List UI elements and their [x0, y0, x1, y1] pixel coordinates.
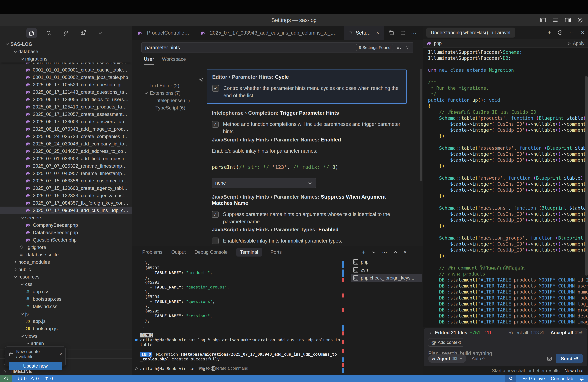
terminal-instance-php[interactable]: >_php — [351, 258, 422, 266]
tree-folder-migrations[interactable]: migrations — [0, 55, 132, 62]
notifications-bell-icon[interactable] — [579, 376, 584, 381]
new-chat-link[interactable]: New chat — [564, 368, 584, 373]
tree-item[interactable]: 2025_07_07_025322_rename_timestamp_in_us… — [0, 162, 132, 170]
gear-icon[interactable] — [198, 77, 204, 83]
more-actions-icon[interactable]: ··· — [569, 29, 575, 36]
tree-folder-admin[interactable]: admin — [0, 340, 132, 347]
tree-item[interactable]: 2025_06_25_014657_add_address_to_compani… — [0, 148, 132, 155]
close-icon[interactable]: × — [376, 30, 379, 36]
tree-item[interactable]: 2025_06_18_070343_add_image_to_products_… — [0, 125, 132, 133]
tree-item[interactable]: 2025_06_17_133003_create_answers_table.p… — [0, 118, 132, 125]
split-editor-icon[interactable] — [400, 30, 406, 36]
accept-all-button[interactable]: Accept all ⌘⏎ — [551, 330, 583, 335]
tree-folder-public[interactable]: public — [0, 266, 132, 273]
tree-item[interactable]: DatabaseSeeder.php — [0, 229, 132, 236]
tree-item[interactable]: 0001_01_01_000001_create_cache_table.php — [0, 66, 132, 74]
clear-filters-icon[interactable] — [396, 45, 402, 50]
tab-ports[interactable]: Ports — [271, 249, 282, 255]
tree-folder-views[interactable]: views — [0, 332, 132, 340]
tab-settings[interactable]: Settings × — [344, 26, 384, 40]
add-context-chip[interactable]: @Add context — [428, 338, 464, 347]
tree-item[interactable]: 2025_07_15_120608_create_agency_table.ph… — [0, 184, 132, 192]
tree-folder-seeders[interactable]: seeders — [0, 214, 132, 221]
open-preview-icon[interactable] — [389, 30, 395, 36]
new-terminal-icon[interactable]: + — [362, 248, 366, 256]
tab-migration-file[interactable]: 2025_07_17_093943_add_cus_ins_udp_column… — [195, 26, 344, 40]
tree-item[interactable]: #bootstrap.css — [0, 295, 132, 303]
new-chat-icon[interactable]: + — [547, 29, 551, 37]
update-now-button[interactable]: Update now — [9, 362, 62, 370]
setting-js-inlay-param-types-enabled[interactable]: JavaScript › Inlay Hints › Parameter Typ… — [207, 223, 407, 246]
tree-item[interactable]: #app.css — [0, 288, 132, 295]
tree-item[interactable]: 2025_06_17_125410_create_products_table.… — [0, 103, 132, 111]
tree-item[interactable]: 2025_07_07_040957_rename_timestamp_in_mu… — [0, 170, 132, 177]
tree-item[interactable]: ≡database.sqlite — [0, 251, 132, 258]
tree-item[interactable]: 2025_07_15_122833_create_agency_customer… — [0, 192, 132, 199]
source-control-icon[interactable] — [61, 28, 71, 38]
checkbox-checked[interactable]: ✓ — [212, 85, 219, 92]
tree-folder-js[interactable]: js — [0, 310, 132, 317]
settings-gear-icon[interactable] — [576, 16, 584, 24]
close-panel-icon[interactable]: × — [404, 249, 407, 255]
scrollbar[interactable] — [420, 69, 422, 181]
tree-item[interactable]: JSbootstrap.js — [0, 325, 132, 332]
close-icon[interactable]: × — [59, 351, 62, 357]
toc-text-editor[interactable]: Text Editor (2) — [132, 82, 203, 89]
tree-item[interactable]: 2025_06_24_025723_create_companies_table… — [0, 133, 132, 140]
remote-indicator[interactable] — [0, 375, 12, 382]
tree-root-sas-log[interactable]: SAS-LOG — [0, 40, 132, 48]
terminal-output[interactable]: }, {#5292 +"TABLE_NAME": "products", }, … — [140, 261, 338, 371]
setting-editor-parameter-hints-cycle[interactable]: Editor › Parameter Hints: Cycle ✓Control… — [207, 70, 407, 104]
toggle-panel-icon[interactable] — [552, 16, 559, 24]
more-actions-icon[interactable]: ··· — [411, 30, 417, 36]
terminal-instance-zsh[interactable]: >_zsh — [351, 266, 422, 274]
tree-item[interactable]: #tailwind.css — [0, 303, 132, 310]
toc-typescript[interactable]: TypeScript (6) — [132, 104, 203, 112]
settings-search-input[interactable]: parameter hints 9 Settings Found — [141, 42, 413, 53]
attach-image-icon[interactable] — [546, 356, 552, 362]
param-names-select[interactable]: none — [212, 178, 316, 188]
tree-item[interactable]: .gitignore — [0, 244, 132, 251]
extensions-icon[interactable] — [78, 28, 88, 38]
checkbox-unchecked[interactable] — [212, 238, 219, 244]
chevron-down-icon[interactable] — [95, 28, 105, 38]
edited-files-label[interactable]: Edited 21 files — [435, 330, 467, 335]
explorer-icon[interactable] — [26, 28, 37, 38]
history-icon[interactable] — [557, 30, 563, 36]
tab-productcontroller[interactable]: ProductController.php — [132, 26, 195, 40]
ports-indicator[interactable]: 0 — [44, 376, 53, 382]
tree-item[interactable]: 2025_07_01_033903_add_field_on_question.… — [0, 155, 132, 162]
tree-item[interactable]: 2025_06_17_132057_create_assessments_tab… — [0, 111, 132, 118]
toggle-right-sidebar-icon[interactable] — [564, 16, 572, 24]
reject-all-button[interactable]: Reject all ⇧⌘⌫ — [508, 330, 544, 335]
agent-mode-selector[interactable]: ∞Agent ⌘I — [428, 354, 466, 363]
tab-problems[interactable]: Problems — [142, 249, 162, 255]
close-icon[interactable]: × — [581, 29, 584, 36]
search-icon[interactable] — [43, 28, 54, 38]
tree-item[interactable]: 2025_06_17_105529_create_question_groups… — [0, 81, 132, 88]
tree-item-selected[interactable]: 2025_07_17_093943_add_cus_ins_udp_column… — [0, 207, 132, 214]
terminal-dropdown-icon[interactable] — [372, 250, 376, 254]
apply-button[interactable]: Apply — [567, 41, 584, 46]
tab-workspace-settings[interactable]: Workspace — [162, 56, 186, 65]
filter-icon[interactable] — [405, 45, 410, 50]
tree-item[interactable]: 2025_07_15_083356_create_customer_table.… — [0, 177, 132, 184]
tree-item[interactable]: 2025_06_17_123055_add_fields_to_users_ta… — [0, 96, 132, 103]
toggle-left-sidebar-icon[interactable] — [539, 16, 547, 24]
tree-item[interactable]: JSapp.js — [0, 317, 132, 325]
chat-tab[interactable]: Understanding whereHas() in Laravel — [426, 28, 515, 38]
tree-item[interactable]: CompanySeeder.php — [0, 221, 132, 229]
tab-terminal[interactable]: Terminal — [236, 248, 262, 257]
tree-folder-resources[interactable]: resources — [0, 273, 132, 281]
tree-item[interactable]: 2025_06_24_030048_add_company_id_to_user… — [0, 140, 132, 148]
model-selector[interactable]: Auto ^ — [472, 356, 484, 362]
tree-folder-node-modules[interactable]: node_modules — [0, 258, 132, 266]
checkbox-checked[interactable]: ✓ — [212, 211, 219, 218]
tree-item[interactable]: QuestionSeeder.php — [0, 236, 132, 244]
tab-output[interactable]: Output — [171, 249, 186, 255]
setting-js-inlay-param-names-enabled[interactable]: JavaScript › Inlay Hints › Parameter Nam… — [207, 133, 407, 192]
send-button[interactable]: Send ⏎ — [556, 354, 583, 363]
go-live-button[interactable]: Go Live — [522, 376, 545, 382]
terminal-instance-check-foreign-keys[interactable]: >_php check_foreign_keys... — [351, 274, 422, 282]
tab-debug-console[interactable]: Debug Console — [194, 249, 227, 255]
